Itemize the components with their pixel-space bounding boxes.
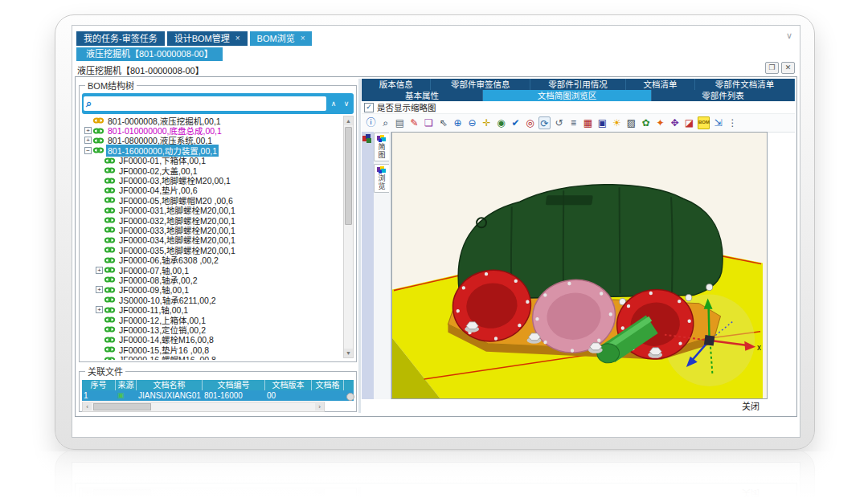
h-scrollbar-thumb[interactable]	[93, 403, 151, 410]
main-panel: BOM结构树 ⌕ ∧ ∨	[75, 76, 797, 417]
toolbar-icon[interactable]: ▤	[394, 116, 406, 129]
record-nav-dot-icon[interactable]	[346, 393, 354, 401]
tree-row[interactable]: JF0000-16,螺帽M16 ,00,8	[82, 354, 354, 360]
tree-scrollbar[interactable]: ▲ ▼	[343, 116, 354, 358]
toolbar-icon[interactable]: ⊕	[452, 116, 464, 129]
app-window: 我的任务-审签任务 设计BOM管理 × BOM浏览 × ∨	[55, 451, 815, 498]
toolbar-icon[interactable]: ⇖	[437, 116, 449, 129]
document-tab[interactable]: 浏览	[374, 164, 389, 193]
files-h-scrollbar[interactable]: ‹ ›	[82, 402, 325, 412]
toolbar-icon[interactable]: ✦	[654, 116, 666, 129]
tree-expander-icon[interactable]: +	[96, 286, 103, 293]
bom-tree: 801-0000008,液压挖掘机,00,1 + 801-010000	[82, 116, 354, 360]
tree-expander-icon[interactable]: +	[96, 306, 103, 313]
search-input[interactable]	[94, 96, 326, 111]
right-tab[interactable]: 零部件文档清单	[695, 79, 795, 90]
bom-tree-group: BOM结构树 ⌕ ∧ ∨	[79, 79, 357, 362]
document-tab-label: 简图	[377, 143, 387, 159]
part-link-icon	[104, 336, 115, 344]
file-name: JIANSUXIANG01	[137, 390, 203, 401]
toolbar-icon[interactable]: ✛	[481, 116, 493, 129]
right-tab[interactable]: 文档简图浏览区	[483, 90, 652, 101]
cover-top-plate	[546, 195, 593, 205]
scroll-down-icon[interactable]: ▼	[344, 349, 353, 357]
right-tab[interactable]: 版本信息	[362, 79, 431, 90]
files-column-header: 序号	[82, 380, 116, 390]
toolbar-icon[interactable]: ▣	[596, 116, 608, 129]
right-tab[interactable]: 零部件引用情况	[530, 79, 625, 90]
toolbar-icon[interactable]: ✥	[669, 116, 681, 129]
scroll-up-icon[interactable]: ▲	[344, 116, 353, 125]
gearbox-3d-scene: x	[392, 133, 767, 398]
scrollbar-thumb[interactable]	[345, 127, 352, 225]
toolbar-icon[interactable]: ≡	[567, 116, 579, 129]
toolbar-icon[interactable]: ⌕	[379, 116, 391, 129]
document-vertical-tabs: 简图 浏览	[374, 132, 391, 399]
reflection-fade	[0, 451, 868, 498]
toolbar-icon[interactable]: ☀	[611, 116, 623, 129]
toolbar-icon[interactable]: ◉	[495, 116, 507, 129]
assembly-cube-icon[interactable]	[362, 134, 372, 143]
tab-overflow-chevron-icon[interactable]: ∨	[786, 31, 792, 41]
tree-expander-icon[interactable]: −	[84, 147, 92, 154]
toolbar-icon[interactable]: ◪	[683, 116, 695, 129]
tree-expander-icon[interactable]: +	[96, 267, 103, 274]
toolbar-icon[interactable]: ▨	[625, 116, 637, 129]
right-tab[interactable]: 零部件列表	[652, 90, 795, 101]
toolbar-icon[interactable]: ⋮	[727, 116, 739, 129]
part-link-icon	[104, 276, 115, 284]
panel-title: 液压挖掘机【801-0000008-00】	[77, 63, 204, 75]
scroll-right-icon[interactable]: ›	[315, 403, 324, 410]
main-tab[interactable]: 我的任务-审签任务	[76, 31, 165, 46]
splitter[interactable]	[358, 79, 361, 413]
toolbar-icon[interactable]: ✿	[640, 116, 652, 129]
thumbnail-checkbox[interactable]: ✓	[364, 103, 374, 112]
tree-expander-icon[interactable]: +	[84, 137, 92, 144]
main-tab[interactable]: BOM浏览 ×	[250, 31, 313, 46]
toolbar-icon[interactable]: ❏	[423, 116, 435, 129]
right-tab[interactable]: 文档清单	[626, 79, 695, 90]
toolbar-icon[interactable]: ⓘ	[365, 116, 377, 129]
tree-search-bar: ⌕ ∧ ∨	[82, 93, 354, 114]
part-link-icon	[104, 286, 115, 294]
part-link-icon	[104, 186, 115, 194]
toolbar-icon[interactable]: ✎	[408, 116, 420, 129]
main-tab[interactable]: 设计BOM管理 ×	[167, 31, 248, 46]
files-table-row[interactable]: 1 ▣ JIANSUXIANG01 801-16000 00	[82, 390, 354, 401]
file-source-doc-icon: ▣	[116, 390, 137, 401]
tree-expander-icon[interactable]: +	[84, 127, 92, 134]
document-thumb-icon	[377, 166, 387, 173]
subtab-hydraulic-excavator[interactable]: 液压挖掘机【801-0000008-00】	[76, 47, 223, 61]
toolbar-icon[interactable]: ✔	[510, 116, 522, 129]
file-code: 801-16000	[203, 390, 265, 401]
part-link-icon	[104, 236, 115, 244]
tab-close-icon[interactable]: ×	[235, 31, 240, 46]
part-link-icon	[104, 266, 115, 274]
files-column-header: 文档名称	[137, 380, 203, 390]
document-tab[interactable]: 简图	[374, 133, 389, 161]
toolbar-icon[interactable]: ⟳	[538, 116, 551, 129]
thumbnail-check-row: ✓ 是否显示缩略图	[362, 101, 795, 114]
toolbar-icon[interactable]: ◎	[524, 116, 536, 129]
scroll-left-icon[interactable]: ‹	[83, 403, 92, 410]
right-tab[interactable]: 零部件审签信息	[431, 79, 530, 90]
triad-origin-cube	[704, 335, 714, 346]
toolbar-icon[interactable]: BOM	[698, 116, 710, 129]
toolbar-icon[interactable]: ↺	[553, 116, 565, 129]
toolbar-icon[interactable]: ⇲	[712, 116, 724, 129]
toolbar-icon[interactable]: ▦	[582, 116, 594, 129]
app-window: 我的任务-审签任务 设计BOM管理 × BOM浏览 × ∨	[55, 14, 815, 450]
part-link-icon	[104, 256, 115, 264]
toolbar-icon[interactable]: ⊖	[466, 116, 478, 129]
main-tab-label: 我的任务-审签任务	[84, 31, 158, 46]
search-next-chevron-down-icon[interactable]: ∨	[341, 96, 352, 111]
part-link-icon	[104, 306, 115, 314]
close-icon[interactable]: ✕	[781, 62, 795, 74]
search-prev-chevron-up-icon[interactable]: ∧	[328, 96, 339, 111]
tab-close-icon[interactable]: ×	[301, 31, 305, 46]
restore-icon[interactable]: ❐	[765, 62, 779, 74]
close-button[interactable]: 关闭	[742, 399, 760, 412]
thumbnail-checkbox-label: 是否显示缩略图	[377, 101, 436, 113]
right-tab[interactable]: 基本属性	[362, 90, 483, 101]
viewport-3d[interactable]: x	[391, 132, 768, 399]
